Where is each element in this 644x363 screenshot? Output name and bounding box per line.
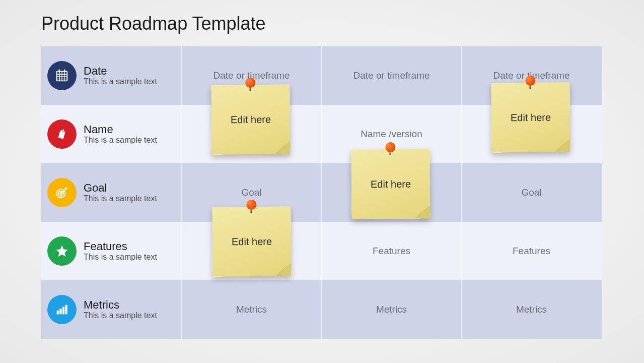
cell-features-1: Features: [321, 222, 461, 280]
label-cell-metrics: MetricsThis is a sample text: [41, 280, 181, 339]
chart-icon: [47, 295, 77, 324]
sticky-note-0[interactable]: Edit here: [211, 84, 290, 154]
pushpin-icon: [385, 142, 396, 153]
calendar-icon: [47, 61, 77, 90]
sticky-text: Edit here: [511, 111, 551, 124]
row-goal: GoalThis is a sample textGoalGoal: [41, 163, 602, 222]
row-title: Name: [84, 124, 157, 136]
svg-rect-17: [65, 305, 67, 315]
row-subtitle: This is a sample text: [84, 194, 157, 203]
cell-metrics-2: Metrics: [461, 280, 601, 339]
pushpin-icon: [525, 76, 536, 87]
svg-rect-7: [58, 70, 60, 73]
row-title: Date: [84, 65, 157, 77]
sticky-text: Edit here: [231, 113, 271, 126]
label-cell-goal: GoalThis is a sample text: [41, 163, 181, 222]
svg-rect-8: [64, 70, 65, 73]
row-title: Metrics: [84, 299, 157, 311]
row-subtitle: This is a sample text: [84, 311, 157, 320]
svg-rect-16: [62, 307, 64, 314]
sticky-note-3[interactable]: Edit here: [212, 206, 291, 276]
row-title: Features: [84, 240, 157, 253]
star-icon: [47, 236, 77, 266]
sticky-text: Edit here: [371, 178, 411, 190]
svg-rect-15: [59, 309, 61, 314]
label-cell-date: DateThis is a sample text: [41, 46, 181, 105]
row-subtitle: This is a sample text: [84, 253, 157, 262]
sticky-note-2[interactable]: Edit here: [351, 149, 430, 219]
label-cell-name: NameThis is a sample text: [41, 105, 181, 163]
svg-rect-14: [57, 311, 59, 315]
cell-goal-2: Goal: [461, 163, 601, 222]
target-icon: [47, 178, 77, 207]
pushpin-icon: [246, 200, 257, 211]
page-title: Product Roadmap Template: [41, 13, 266, 34]
row-subtitle: This is a sample text: [84, 77, 157, 86]
sticky-text: Edit here: [232, 235, 272, 248]
cell-date-1: Date or timeframe: [321, 46, 461, 105]
cell-metrics-1: Metrics: [321, 280, 461, 339]
pushpin-icon: [245, 78, 256, 89]
cell-features-2: Features: [461, 222, 601, 280]
row-features: FeaturesThis is a sample textFeaturesFea…: [41, 222, 602, 280]
row-subtitle: This is a sample text: [84, 136, 157, 145]
tag-icon: [47, 119, 77, 149]
row-metrics: MetricsThis is a sample textMetricsMetri…: [41, 280, 602, 339]
row-title: Goal: [84, 182, 157, 194]
sticky-note-1[interactable]: Edit here: [491, 82, 570, 152]
cell-metrics-0: Metrics: [181, 280, 321, 339]
label-cell-features: FeaturesThis is a sample text: [41, 222, 181, 280]
